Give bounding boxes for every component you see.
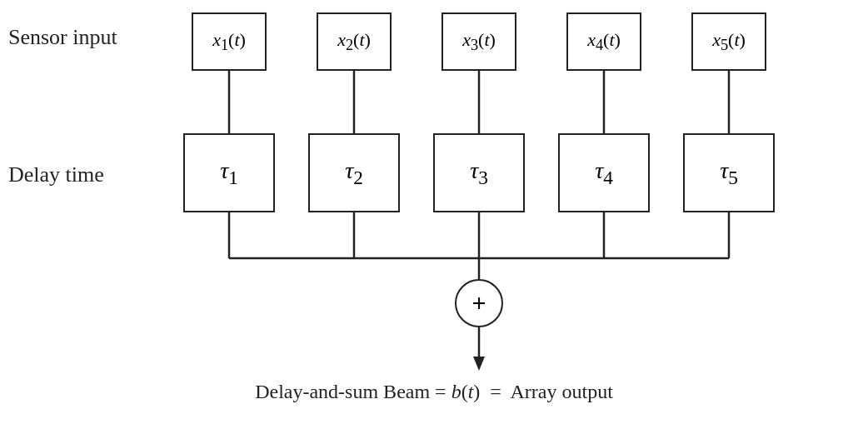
delay-box-2: τ2 (308, 133, 400, 212)
sensor-label-3: x3(t) (462, 29, 496, 54)
delay-label-3: τ3 (470, 157, 488, 189)
bottom-label: Delay-and-sum Beam = b(t) = Array output (255, 381, 613, 403)
diagram-container: Sensor input Delay time x1(t) x2(t) x3(t… (0, 0, 868, 424)
sum-circle: + (455, 279, 503, 327)
delay-box-1: τ1 (183, 133, 275, 212)
sum-symbol: + (471, 289, 486, 317)
sensor-label-2: x2(t) (337, 29, 371, 54)
svg-marker-13 (473, 357, 485, 371)
delay-label-1: τ1 (220, 157, 238, 189)
sensor-box-2: x2(t) (317, 12, 392, 71)
sensor-label-5: x5(t) (712, 29, 746, 54)
delay-box-4: τ4 (558, 133, 650, 212)
sensor-label-1: x1(t) (212, 29, 246, 54)
sensor-box-5: x5(t) (691, 12, 766, 71)
sensor-box-3: x3(t) (441, 12, 516, 71)
delay-box-5: τ5 (683, 133, 775, 212)
sensor-input-label: Sensor input (8, 25, 117, 50)
delay-label-4: τ4 (595, 157, 613, 189)
delay-label-5: τ5 (720, 157, 738, 189)
delay-time-label: Delay time (8, 162, 104, 187)
delay-label-2: τ2 (345, 157, 363, 189)
sensor-label-4: x4(t) (587, 29, 621, 54)
sensor-box-1: x1(t) (192, 12, 267, 71)
bottom-label-text: Delay-and-sum Beam = b(t) = Array output (255, 381, 613, 402)
delay-box-3: τ3 (433, 133, 525, 212)
sensor-box-4: x4(t) (566, 12, 641, 71)
